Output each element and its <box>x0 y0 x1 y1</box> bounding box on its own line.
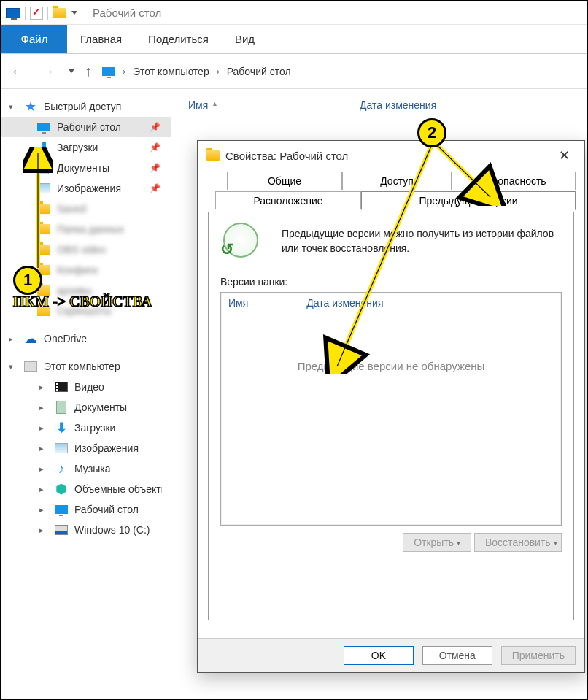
qat-properties-icon[interactable] <box>30 7 43 20</box>
annotation-badge-1: 1 <box>13 266 42 295</box>
list-header[interactable]: Имя Дата изменения <box>179 96 578 115</box>
document-icon <box>56 401 66 414</box>
tab-general[interactable]: Общие <box>227 172 342 190</box>
versions-empty: Предыдущие версии не обнаружены <box>221 360 561 372</box>
tab-sharing[interactable]: Доступ <box>342 172 452 190</box>
folder-icon <box>37 245 50 255</box>
tree-item-drive-c[interactable]: Windows 10 (C:) <box>1 520 171 540</box>
nav-up-icon[interactable]: ↑ <box>85 63 92 80</box>
close-icon[interactable]: ✕ <box>553 145 576 166</box>
breadcrumb-icon <box>102 67 115 76</box>
column-date[interactable]: Дата изменения <box>306 297 383 309</box>
open-button: Открыть <box>403 533 471 552</box>
dialog-titlebar[interactable]: Свойства: Рабочий стол ✕ <box>198 141 584 170</box>
tree-item-documents[interactable]: Документы 📌 <box>1 158 171 178</box>
nav-history-dropdown-icon[interactable] <box>69 69 74 73</box>
monitor-icon <box>55 505 68 514</box>
folder-icon <box>37 224 50 234</box>
versions-header[interactable]: Имя Дата изменения <box>221 293 561 313</box>
apply-button: Применить <box>501 646 576 665</box>
qat-folder-icon[interactable] <box>53 8 66 18</box>
tree-item-blurred[interactable]: Папка данных <box>1 219 171 239</box>
tree-item-downloads[interactable]: ⬇ Загрузки 📌 <box>1 137 171 158</box>
window-titlebar: Рабочий стол <box>1 1 587 25</box>
tree-item-downloads[interactable]: ⬇Загрузки <box>1 418 171 438</box>
column-name[interactable]: Имя <box>188 99 214 111</box>
caret-icon[interactable] <box>39 464 48 474</box>
pin-icon: 📌 <box>150 122 160 132</box>
column-date[interactable]: Дата изменения <box>360 99 436 111</box>
monitor-icon <box>37 123 50 131</box>
image-icon <box>37 183 50 193</box>
download-icon: ⬇ <box>39 139 50 155</box>
file-tab[interactable]: Файл <box>1 25 67 53</box>
caret-icon[interactable] <box>9 362 18 372</box>
info-text: Предыдущие версии можно получить из исто… <box>282 227 562 255</box>
pc-icon <box>24 361 37 372</box>
tree-item-3d[interactable]: ⬢Объемные объекты <box>1 479 171 499</box>
window-title: Рабочий стол <box>93 7 161 19</box>
caret-icon[interactable] <box>9 334 18 344</box>
caret-icon[interactable] <box>39 526 48 535</box>
ribbon-tab-home[interactable]: Главная <box>67 25 135 53</box>
dialog-title: Свойства: Рабочий стол <box>225 150 553 162</box>
tree-item-desktop[interactable]: Рабочий стол <box>1 499 171 520</box>
tab-previous-versions[interactable]: Предыдущие версии <box>361 191 576 210</box>
cancel-button[interactable]: Отмена <box>422 646 492 665</box>
navigation-pane: ★ Быстрый доступ Рабочий стол 📌 ⬇ Загруз… <box>1 89 171 699</box>
address-bar[interactable]: › Этот компьютер › Рабочий стол <box>102 66 291 77</box>
caret-icon[interactable] <box>39 505 48 515</box>
versions-listbox[interactable]: Имя Дата изменения Предыдущие версии не … <box>220 292 562 526</box>
tree-item-documents[interactable]: Документы <box>1 397 171 418</box>
chevron-right-icon[interactable]: › <box>217 66 220 77</box>
ribbon-tab-view[interactable]: Вид <box>222 25 268 53</box>
folder-icon <box>37 204 50 214</box>
video-icon <box>55 382 68 392</box>
tab-security[interactable]: Безопасность <box>452 172 576 190</box>
breadcrumb-current[interactable]: Рабочий стол <box>227 66 291 77</box>
pin-icon: 📌 <box>150 183 160 193</box>
tab-location[interactable]: Расположение <box>215 191 361 209</box>
ribbon-tab-share[interactable]: Поделиться <box>135 25 222 53</box>
history-icon <box>223 223 258 258</box>
folder-icon <box>206 150 220 161</box>
nav-forward-icon: → <box>38 62 57 81</box>
tree-item-desktop[interactable]: Рабочий стол 📌 <box>1 117 171 137</box>
cube-icon: ⬢ <box>55 481 67 497</box>
cloud-icon: ☁ <box>24 331 37 347</box>
tree-item-blurred[interactable]: OBS video <box>1 239 171 260</box>
caret-icon[interactable] <box>9 102 18 112</box>
tree-item-music[interactable]: ♪Музыка <box>1 458 171 479</box>
caret-icon[interactable] <box>39 382 48 392</box>
download-icon: ⬇ <box>56 420 67 436</box>
properties-dialog: Свойства: Рабочий стол ✕ Общие Доступ Бе… <box>197 140 585 673</box>
ok-button[interactable]: OK <box>344 646 414 665</box>
document-icon <box>39 161 49 174</box>
nav-back-icon[interactable]: ← <box>9 62 28 81</box>
column-name[interactable]: Имя <box>228 297 248 309</box>
dialog-footer: OK Отмена Применить <box>198 638 584 672</box>
nav-row: ← → ↑ › Этот компьютер › Рабочий стол <box>1 54 587 89</box>
star-icon: ★ <box>25 99 36 115</box>
chevron-right-icon[interactable]: › <box>123 66 125 77</box>
tree-quick-access[interactable]: ★ Быстрый доступ <box>1 96 171 117</box>
pin-icon: 📌 <box>150 163 160 173</box>
tree-item-images[interactable]: Изображения <box>1 438 171 458</box>
caret-icon[interactable] <box>39 485 48 494</box>
caret-icon[interactable] <box>39 444 48 453</box>
versions-label: Версии папки: <box>220 276 562 288</box>
caret-icon[interactable] <box>39 423 48 433</box>
tree-item-blurred[interactable]: Saved <box>1 199 171 219</box>
breadcrumb-root[interactable]: Этот компьютер <box>133 66 209 77</box>
qat-dropdown-icon[interactable] <box>71 11 77 15</box>
dialog-tabstrip: Общие Доступ Безопасность Расположение П… <box>208 172 574 212</box>
app-icon <box>6 8 20 18</box>
disk-icon <box>55 525 68 535</box>
tab-panel: Предыдущие версии можно получить из исто… <box>208 212 574 620</box>
tree-this-pc[interactable]: Этот компьютер <box>1 356 171 377</box>
tree-onedrive[interactable]: ☁ OneDrive <box>1 328 171 349</box>
caret-icon[interactable] <box>39 403 48 412</box>
tree-item-video[interactable]: Видео <box>1 377 171 397</box>
annotation-text: ПКМ -> СВОЙСТВА <box>13 293 152 310</box>
tree-item-images[interactable]: Изображения 📌 <box>1 178 171 199</box>
